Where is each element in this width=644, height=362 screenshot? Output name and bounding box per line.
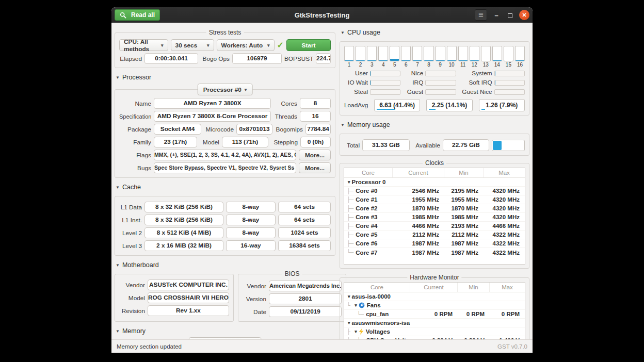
processor-selector-dropdown[interactable]: Processor #0 ▾ bbox=[198, 84, 253, 95]
core-bar bbox=[515, 46, 525, 61]
table-row-group[interactable]: ├ ▾ Voltages bbox=[344, 327, 525, 336]
l1-data-label: L1 Data bbox=[119, 204, 142, 211]
level2-assoc-field[interactable]: 8-way bbox=[226, 227, 276, 238]
cores-field[interactable]: 8 bbox=[300, 98, 331, 109]
stepping-field[interactable]: 0 (0h) bbox=[300, 137, 331, 147]
stress-method-dropdown[interactable]: CPU: All methods ▾ bbox=[119, 39, 168, 51]
motherboard-section-header[interactable]: ▼ Motherboard bbox=[116, 261, 335, 269]
chevron-down-icon: ▾ bbox=[245, 87, 247, 92]
mb-model-field[interactable]: ROG CROSSHAIR VII HERO bbox=[148, 292, 229, 303]
bopsust-field[interactable]: 224.73 bbox=[316, 53, 331, 64]
bogomips-field[interactable]: 7784.84 bbox=[305, 124, 331, 135]
expander-icon: ▼ bbox=[116, 263, 120, 268]
bugs-field[interactable]: Spec Store Bypass, Spectre V1, Spectre V… bbox=[154, 162, 296, 173]
elapsed-field[interactable]: 0:00:30.041 bbox=[144, 53, 198, 64]
table-row-group[interactable]: ▾asuswmisensors-isa-0000 bbox=[344, 319, 525, 327]
user-label: User bbox=[344, 70, 368, 77]
core-bar bbox=[344, 46, 354, 61]
search-icon bbox=[120, 12, 126, 19]
cache-section-header[interactable]: ▼ Cache bbox=[116, 184, 335, 191]
level2-size-field[interactable]: 8 x 512 KiB (4 MiB) bbox=[144, 227, 223, 238]
table-row-group[interactable]: ▾asus-isa-0000 bbox=[344, 292, 525, 301]
total-field[interactable]: 31.33 GiB bbox=[362, 139, 410, 151]
expander-icon: ▼ bbox=[341, 123, 345, 127]
level3-sets-field[interactable]: 16384 sets bbox=[278, 240, 331, 251]
chevron-down-icon: ▾ bbox=[207, 43, 210, 48]
bios-date-field[interactable]: 09/11/2019 bbox=[269, 306, 342, 317]
l1-data-assoc-field[interactable]: 8-way bbox=[226, 202, 276, 212]
guest-progressbar bbox=[425, 89, 456, 95]
loadavg-15min: 1.26 (7.9%) bbox=[479, 99, 525, 111]
dimm-selector-dropdown[interactable]: DIMM_A2 (BANK 1) ▾ bbox=[189, 337, 262, 339]
core-bar bbox=[356, 46, 365, 61]
maximize-icon[interactable] bbox=[506, 11, 514, 19]
mb-model-label: Model bbox=[119, 294, 145, 302]
table-row: ├─Core #0 2546 MHz2195 MHz4320 MHz bbox=[344, 187, 525, 195]
stress-duration-dropdown[interactable]: 30 secs ▾ bbox=[171, 39, 214, 51]
mb-revision-field[interactable]: Rev 1.xx bbox=[148, 305, 229, 316]
minimize-icon[interactable]: – bbox=[492, 11, 501, 19]
available-field[interactable]: 22.75 GiB bbox=[443, 139, 489, 151]
menu-icon[interactable]: ☰ bbox=[475, 9, 487, 21]
table-row-group[interactable]: ▾Processor 0 bbox=[344, 178, 525, 187]
family-field[interactable]: 23 (17h) bbox=[154, 137, 197, 147]
level2-sets-field[interactable]: 1024 sets bbox=[278, 227, 331, 238]
read-all-button[interactable]: Read all bbox=[115, 9, 160, 21]
guest-nice-progressbar bbox=[494, 89, 525, 95]
ready-check-icon: ✓ bbox=[277, 40, 284, 50]
specification-field[interactable]: AMD Ryzen 7 3800X 8-Core Processor bbox=[154, 111, 271, 122]
l1-inst-sets-field[interactable]: 64 sets bbox=[278, 215, 331, 225]
l1-inst-assoc-field[interactable]: 8-way bbox=[226, 215, 276, 225]
bogo-ops-field[interactable]: 106979 bbox=[232, 53, 282, 64]
clocks-frame: Clocks Core Current Min Max ▾Processor 0… bbox=[340, 163, 529, 269]
core-bar bbox=[470, 46, 479, 61]
steal-label: Steal bbox=[344, 88, 368, 95]
l1-inst-label: L1 Inst. bbox=[119, 217, 142, 224]
microcode-field[interactable]: 0x8701013 bbox=[236, 124, 272, 135]
processor-section-header[interactable]: ▼ Processor bbox=[116, 74, 335, 81]
expander-icon: ▾ bbox=[348, 179, 350, 185]
bios-vendor-field[interactable]: American Megatrends Inc. bbox=[269, 281, 342, 291]
stress-tests-frame: Stress tests CPU: All methods ▾ 30 secs … bbox=[115, 32, 335, 68]
table-row-group[interactable]: └ ▾ Fans bbox=[344, 301, 525, 310]
mb-vendor-field[interactable]: ASUSTeK COMPUTER INC. bbox=[148, 279, 229, 290]
l1-data-sets-field[interactable]: 64 sets bbox=[278, 202, 331, 212]
threads-field[interactable]: 16 bbox=[300, 111, 331, 122]
bios-date-label: Date bbox=[243, 308, 266, 316]
model-field[interactable]: 113 (71h) bbox=[222, 137, 268, 147]
name-field[interactable]: AMD Ryzen 7 3800X bbox=[154, 98, 271, 109]
l1-inst-size-field[interactable]: 8 x 32 KiB (256 KiB) bbox=[144, 215, 223, 225]
softirq-progressbar bbox=[494, 80, 525, 86]
cpu-usage-section-header[interactable]: ▼ CPU usage bbox=[341, 29, 529, 36]
package-field[interactable]: Socket AM4 bbox=[154, 124, 201, 135]
system-label: System bbox=[458, 70, 492, 77]
expander-icon: ▾ bbox=[355, 329, 357, 334]
irq-progressbar bbox=[425, 80, 456, 86]
bios-version-field[interactable]: 2801 bbox=[269, 293, 342, 304]
app-window: Read all GtkStressTesting ☰ – ✕ Stress t… bbox=[111, 7, 533, 353]
guest-label: Guest bbox=[403, 88, 423, 95]
flags-field[interactable]: MMX, (+), SSE(1, 2, 3, 3S, 4.1, 4.2, 4A)… bbox=[154, 150, 296, 160]
clocks-legend: Clocks bbox=[423, 159, 446, 167]
start-button[interactable]: Start bbox=[286, 39, 331, 51]
core-bar bbox=[447, 46, 457, 61]
core-bar bbox=[401, 46, 411, 61]
flags-more-button[interactable]: More... bbox=[299, 150, 331, 160]
memory-usage-section-header[interactable]: ▼ Memory usage bbox=[341, 121, 529, 128]
bugs-label: Bugs bbox=[119, 164, 151, 172]
guest-nice-label: Guest Nice bbox=[458, 88, 492, 95]
table-row: ├─Core #6 1987 MHz1987 MHz4322 MHz bbox=[344, 239, 525, 248]
l1-data-size-field[interactable]: 8 x 32 KiB (256 KiB) bbox=[144, 202, 223, 212]
family-label: Family bbox=[119, 139, 151, 146]
core-bar bbox=[436, 46, 445, 61]
core-usage-bars: 1 2 3 4 5 6 7 8 9 10 11 12 13 14 15 16 bbox=[344, 46, 525, 68]
level3-assoc-field[interactable]: 16-way bbox=[226, 240, 276, 251]
level3-size-field[interactable]: 2 x 16 MiB (32 MiB) bbox=[144, 240, 223, 251]
close-icon[interactable]: ✕ bbox=[519, 10, 529, 20]
stepping-label: Stepping bbox=[271, 139, 298, 146]
stress-workers-dropdown[interactable]: Workers: Auto ▾ bbox=[217, 39, 275, 51]
memory-section-header[interactable]: ▼ Memory bbox=[116, 327, 335, 335]
bugs-more-button[interactable]: More... bbox=[299, 162, 331, 173]
expander-icon: ▼ bbox=[116, 185, 120, 190]
core-bar bbox=[424, 46, 433, 61]
